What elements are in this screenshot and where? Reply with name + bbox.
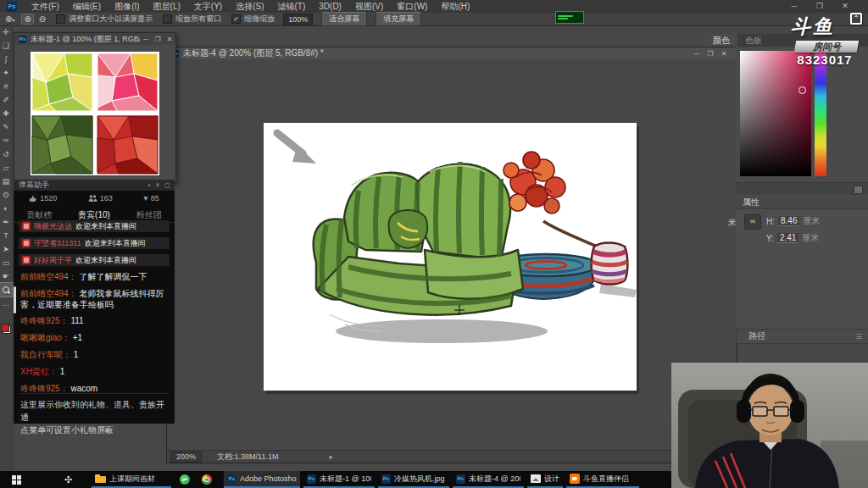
eyedropper-tool[interactable]: ✐ — [0, 93, 12, 107]
zoom-all-windows-checkbox[interactable] — [163, 14, 172, 24]
doc2-title-bar[interactable]: Ps 未标题-4 @ 200% (图层 5, RGB/8#) * ─ ❐ ✕ — [167, 47, 737, 59]
color-picker-marker[interactable] — [798, 86, 806, 94]
green-app-icon — [180, 474, 190, 485]
restore-icon[interactable]: ❐ — [812, 2, 827, 10]
photoshop-icon: Ps — [381, 474, 391, 484]
menu-edit[interactable]: 编辑(E) — [66, 1, 108, 13]
tab-swatches[interactable]: 色板 — [737, 34, 770, 47]
color-swatches[interactable] — [1, 324, 11, 334]
fill-screen-button[interactable]: 填充屏幕 — [376, 12, 421, 26]
taskbar-folder-item[interactable]: 上课期间画材 — [92, 471, 171, 488]
magic-wand-tool[interactable]: ✦ — [0, 66, 12, 80]
status-zoom-field[interactable]: 200% — [170, 452, 202, 463]
menu-image[interactable]: 图像(I) — [108, 1, 146, 13]
link-dimensions-icon[interactable]: ∞ — [744, 214, 761, 230]
doc1-artwork-geometric[interactable] — [31, 52, 159, 175]
menu-view[interactable]: 视图(V) — [348, 1, 390, 13]
zoom-tool[interactable] — [0, 283, 12, 297]
crop-tool[interactable]: # — [0, 80, 12, 93]
color-picker-panel — [736, 47, 868, 197]
lock-icon[interactable]: ▪ — [148, 181, 151, 189]
menu-layer[interactable]: 图层(L) — [147, 1, 187, 13]
doc2-minimize-button[interactable]: ─ — [691, 50, 703, 58]
lasso-tool[interactable]: ʃ — [0, 53, 12, 66]
shape-tool[interactable]: ▭ — [0, 256, 12, 269]
fan-badge-icon — [22, 222, 31, 230]
taskbar-green-app[interactable] — [180, 471, 190, 488]
type-tool[interactable]: T — [0, 229, 12, 242]
panel-menu-icon[interactable]: ☰ — [856, 333, 862, 341]
history-brush-tool[interactable]: ↺ — [0, 147, 12, 161]
zoom-tool-icon[interactable]: ⊕▾ — [5, 14, 14, 24]
menu-help[interactable]: 帮助(H) — [434, 1, 476, 13]
menu-filter[interactable]: 滤镜(T) — [271, 1, 313, 13]
status-menu-arrow-icon[interactable]: ▸ — [329, 452, 333, 461]
zoom-out-icon[interactable]: ⊖ — [39, 14, 46, 24]
brush-tool[interactable]: ✎ — [0, 120, 12, 134]
image-viewer-icon — [531, 474, 541, 483]
doc1-maximize-button[interactable]: ❐ — [152, 36, 164, 43]
douyu-tv-icon: ⌃ — [850, 13, 862, 25]
document-window-untitled4: Ps 未标题-4 @ 200% (图层 5, RGB/8#) * ─ ❐ ✕ — [166, 47, 737, 463]
menu-type[interactable]: 文字(Y) — [187, 1, 229, 13]
menu-file[interactable]: 文件(F) — [25, 1, 66, 13]
photoshop-icon: Ps — [227, 474, 236, 484]
tab-fanclub[interactable]: 粉丝团 — [136, 209, 162, 221]
taskbar-chrome[interactable] — [202, 471, 212, 488]
tab-color[interactable]: 颜色 — [705, 34, 737, 47]
eraser-tool[interactable]: ▱ — [0, 161, 12, 175]
start-button[interactable] — [12, 471, 21, 488]
taskbar-untitled4[interactable]: Ps 未标题-4 @ 200%... — [453, 471, 524, 488]
scrubby-zoom-checkbox[interactable]: ✓ — [231, 14, 241, 24]
taskbar-untitled1[interactable]: Ps 未标题-1 @ 100%... — [303, 471, 375, 488]
doc2-maximize-button[interactable]: ❐ — [704, 50, 716, 58]
doc1-close-button[interactable]: ✕ — [164, 36, 175, 43]
paths-panel-bar[interactable]: 路径 ☰ — [736, 329, 868, 344]
zoom-percent-field[interactable]: 100% — [283, 14, 313, 25]
foreground-color[interactable] — [1, 324, 9, 332]
path-select-tool[interactable]: ➤ — [0, 242, 12, 256]
hue-bar[interactable] — [815, 51, 826, 176]
doc1-title-bar[interactable]: Ps 未标题-1 @ 100% (图层 1, RGB/8#) * ─ ❐ ✕ — [14, 33, 175, 45]
menu-select[interactable]: 选择(S) — [229, 1, 270, 13]
color-ramp-icon[interactable] — [854, 186, 863, 194]
properties-header[interactable]: 属性 — [736, 197, 868, 209]
gradient-tool[interactable]: ▤ — [0, 175, 12, 188]
menu-window[interactable]: 窗口(W) — [390, 1, 434, 13]
saturation-square[interactable] — [740, 51, 811, 176]
taskbar-jpg-doc[interactable]: Ps 冷媒热风机.jpg @ ... — [378, 471, 449, 488]
taskbar-douyu-companion[interactable]: 斗鱼直播伴侣 — [566, 471, 639, 488]
minimize-icon[interactable]: ─ — [787, 2, 802, 10]
green-couch — [314, 162, 523, 331]
task-view-button[interactable]: ✣ — [64, 471, 72, 488]
canvas-area[interactable] — [264, 123, 637, 391]
tab-vip[interactable]: 贵宾(10) — [78, 209, 110, 221]
folder-icon — [95, 474, 106, 483]
taskbar-photos[interactable]: 设计 — [527, 471, 563, 488]
marquee-tool[interactable]: ❏ — [0, 39, 12, 53]
menu-3d[interactable]: 3D(D) — [312, 2, 348, 11]
dodge-tool[interactable]: ◐ — [0, 202, 12, 215]
fit-screen-button[interactable]: 适合屏幕 — [321, 12, 367, 26]
toolbar-ellipsis[interactable]: … — [0, 297, 12, 310]
doc1-minimize-button[interactable]: ─ — [140, 36, 152, 43]
clone-stamp-tool[interactable]: ✑ — [0, 134, 12, 147]
fan-badge-icon — [22, 239, 31, 247]
hand-tool[interactable]: ☛ — [0, 269, 12, 283]
y-value-field[interactable]: 2.41 — [777, 233, 798, 243]
healing-tool[interactable]: ✚ — [0, 107, 12, 120]
gear-icon[interactable]: ✳ — [155, 181, 161, 189]
zoom-in-icon[interactable]: ⊕ — [21, 14, 33, 25]
close-icon[interactable]: ✕ — [837, 2, 853, 10]
move-tool[interactable]: ✛ — [0, 25, 12, 39]
tab-contribution[interactable]: 贡献榜 — [26, 209, 52, 221]
pen-tool[interactable]: ✒ — [0, 215, 12, 229]
resize-window-checkbox[interactable] — [56, 14, 65, 24]
chat-scrollbar[interactable] — [14, 286, 16, 313]
danmu-header[interactable]: 弹幕助手 ▪ ✳ ◻ — [14, 180, 175, 191]
blur-tool[interactable]: ʘ — [0, 188, 12, 202]
doc2-close-button[interactable]: ✕ — [718, 50, 730, 58]
taskbar-photoshop[interactable]: Ps Adobe Photoshop... — [224, 471, 300, 488]
h-value-field[interactable]: 8.46 — [778, 216, 799, 226]
collapse-icon[interactable]: ◻ — [164, 181, 170, 189]
